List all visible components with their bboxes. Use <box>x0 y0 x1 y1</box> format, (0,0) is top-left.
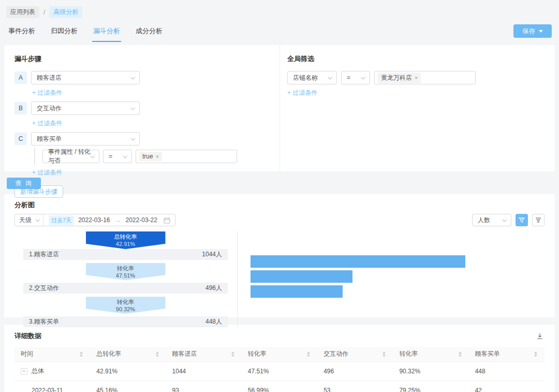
store-value-tag[interactable]: 黄龙万科店 × <box>378 72 421 83</box>
step-c-filter-field-value: 事件属性 / 转化与否 <box>48 148 91 165</box>
detail-data-panel: 详细数据 时间 总转化率 顾客进店 转化率 交互动作 转化率 顾客买单 −总体 … <box>4 325 555 392</box>
bar-step-3 <box>251 285 343 298</box>
global-add-filter-link[interactable]: + 过滤条件 <box>287 89 317 97</box>
step-c-add-filter-link[interactable]: + 过滤条件 <box>32 168 62 177</box>
end-date-value[interactable]: 2022-03-22 <box>126 216 157 224</box>
sort-icon[interactable] <box>383 352 386 357</box>
detail-data-table: 时间 总转化率 顾客进店 转化率 交互动作 转化率 顾客买单 −总体 42.91… <box>14 347 545 392</box>
row-total-conv2: 90.32% <box>393 361 468 381</box>
sort-icon[interactable] <box>534 352 537 357</box>
row-date-step3: 42 <box>469 381 545 392</box>
total-conversion-label: 总转化率 <box>86 233 166 241</box>
breadcrumb-current[interactable]: 高级分析 <box>49 6 82 18</box>
funnel-step-1-value: 1044人 <box>202 250 222 259</box>
store-value-tag-label: 黄龙万科店 <box>381 74 412 82</box>
step-b-event-select[interactable]: 交互动作 <box>31 101 140 115</box>
funnel-view-icon[interactable] <box>516 214 528 226</box>
row-date-step2: 53 <box>317 381 393 392</box>
date-range-control: 天级 过去7天 2022-03-16 → 2022-03-22 <box>14 214 175 226</box>
metric-select[interactable]: 人数 <box>472 214 511 226</box>
analysis-chart-panel: 分析图 天级 过去7天 2022-03-16 → 2022-03-22 人数 <box>4 194 555 317</box>
analysis-chart-title: 分析图 <box>14 200 545 210</box>
step-c-filter-operator-select[interactable]: = <box>103 150 132 163</box>
breadcrumb-app-list[interactable]: 应用列表 <box>6 6 39 18</box>
global-filter-value-input[interactable]: 黄龙万科店 × <box>374 71 476 84</box>
analysis-tabs: 事件分析 归因分析 漏斗分析 成分分析 <box>7 22 164 42</box>
start-date-value[interactable]: 2022-03-16 <box>78 216 110 224</box>
step-key-b: B <box>14 102 27 114</box>
step-c-event-select[interactable]: 顾客买单 <box>31 132 140 146</box>
total-conversion-badge: 总转化率 42.91% <box>86 231 166 249</box>
sort-icon[interactable] <box>80 352 83 357</box>
save-button[interactable]: 保存 <box>513 24 552 38</box>
step-key-c: C <box>14 133 27 145</box>
step-a-add-filter-link[interactable]: + 过滤条件 <box>32 89 62 97</box>
funnel-step-1-label: 1.顾客进店 <box>29 250 59 259</box>
conversion-2-rate: 90.32% <box>86 306 166 312</box>
row-total-conversion: 42.91% <box>90 361 166 381</box>
granularity-select[interactable]: 天级 <box>15 214 43 226</box>
filter-value-tag-label: true <box>142 153 153 160</box>
quick-range-tag[interactable]: 过去7天 <box>49 215 74 225</box>
filter-value-tag[interactable]: true × <box>139 152 162 161</box>
calendar-icon[interactable] <box>164 217 170 224</box>
row-date-time: 2022-03-11 <box>14 381 90 392</box>
chart-body: 总转化率 42.91% 1.顾客进店 1044人 转化率 47.51% 2.交互… <box>14 231 545 329</box>
metric-value: 人数 <box>478 216 490 225</box>
col-conversion1: 转化率 <box>248 350 267 358</box>
date-range-arrow: → <box>115 216 121 224</box>
row-date-conversion: 45.16% <box>90 381 166 392</box>
bar-step-2 <box>251 270 352 283</box>
conversion-1-rate: 47.51% <box>86 272 166 279</box>
funnel-step-b: B 交互动作 <box>14 101 269 115</box>
row-total-step2: 496 <box>317 361 393 381</box>
chevron-down-icon <box>502 217 506 222</box>
query-button[interactable]: 查 询 <box>7 178 41 189</box>
breadcrumb-separator: / <box>43 9 45 16</box>
funnel-chart: 总转化率 42.91% 1.顾客进店 1044人 转化率 47.51% 2.交互… <box>14 231 237 329</box>
funnel-step-row-3: 3.顾客买单 448人 <box>23 316 228 327</box>
step-b-add-filter-link[interactable]: + 过滤条件 <box>32 119 62 128</box>
tab-event-analysis[interactable]: 事件分析 <box>7 22 36 42</box>
total-conversion-rate: 42.91% <box>86 241 166 247</box>
chevron-down-icon <box>90 154 94 158</box>
tab-composition-analysis[interactable]: 成分分析 <box>135 22 164 42</box>
chevron-down-icon <box>35 217 39 222</box>
funnel-layers-view-icon[interactable] <box>532 214 545 226</box>
bar-step-1 <box>251 255 465 268</box>
step-c-filter-field-select[interactable]: 事件属性 / 转化与否 <box>42 150 99 163</box>
step-c-filter-value-input[interactable]: true × <box>136 150 237 163</box>
close-icon[interactable]: × <box>156 153 159 159</box>
col-total-conversion: 总转化率 <box>96 350 121 358</box>
global-filter-operator-select[interactable]: = <box>341 71 370 84</box>
funnel-step-a: A 顾客进店 <box>14 71 269 84</box>
global-filter-section: 全局筛选 店铺名称 = 黄龙万科店 × + 过滤条件 <box>280 45 555 171</box>
chevron-down-icon <box>130 75 135 79</box>
funnel-step-3-value: 448人 <box>205 317 222 326</box>
tab-funnel-analysis[interactable]: 漏斗分析 <box>92 22 121 42</box>
row-total-step3: 448 <box>469 361 545 381</box>
step-b-event-value: 交互动作 <box>37 104 62 113</box>
download-icon[interactable] <box>535 331 545 341</box>
breadcrumb: 应用列表 / 高级分析 <box>6 6 553 18</box>
chevron-down-icon <box>123 154 127 158</box>
sort-icon[interactable] <box>307 352 310 357</box>
sort-icon[interactable] <box>231 352 234 357</box>
collapse-icon[interactable]: − <box>21 368 27 375</box>
tab-attribution-analysis[interactable]: 归因分析 <box>50 22 79 42</box>
chart-controls: 天级 过去7天 2022-03-16 → 2022-03-22 人数 <box>14 214 545 226</box>
step-a-event-select[interactable]: 顾客进店 <box>31 71 140 84</box>
table-row-date: 2022-03-11 45.16% 93 56.99% 53 79.25% 42 <box>14 381 545 392</box>
global-filter-field-select[interactable]: 店铺名称 <box>287 71 337 84</box>
col-step3: 顾客买单 <box>475 350 500 358</box>
funnel-steps-section: 漏斗步骤 A 顾客进店 + 过滤条件 B 交互动作 + 过滤条件 C 顾客买单 <box>4 45 280 171</box>
chevron-down-icon <box>130 106 135 110</box>
page-header: 应用列表 / 高级分析 事件分析 归因分析 漏斗分析 成分分析 保存 <box>0 0 559 42</box>
row-total-step1: 1044 <box>166 361 242 381</box>
funnel-step-row-1: 1.顾客进店 1044人 <box>23 249 228 260</box>
sort-icon[interactable] <box>156 352 159 357</box>
row-date-conv1: 56.99% <box>242 381 317 392</box>
tabs-row: 事件分析 归因分析 漏斗分析 成分分析 保存 <box>6 22 553 42</box>
close-icon[interactable]: × <box>415 75 418 81</box>
sort-icon[interactable] <box>459 352 462 357</box>
